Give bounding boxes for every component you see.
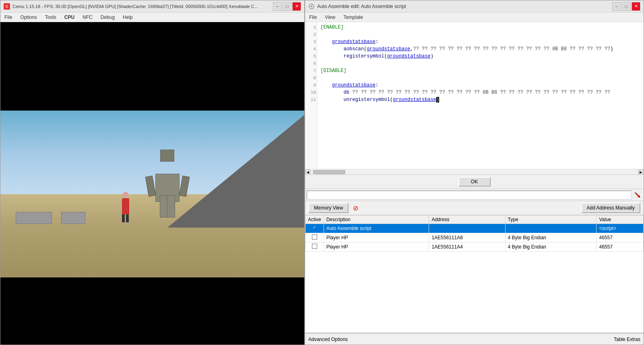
code-line-4: aobscan(groundstatsbase,?? ?? ?? ?? ?? ?… [320,45,640,53]
ok-button[interactable]: OK [458,177,491,187]
mech-torso [155,174,180,202]
row-type: 4 Byte Big Endian [505,242,597,252]
aa-title: Auto Assemble edit: Auto Assemble script [317,4,612,9]
aa-minimize-button[interactable]: − [612,2,621,11]
row-value: 46557 [597,242,644,252]
statusbar-right: Table Extras [614,337,640,342]
table-row[interactable]: Player HP 1AE556111A4 4 Byte Big Endian … [305,242,644,252]
aa-scroll-left[interactable]: ◀ [305,169,311,175]
game-black-top [0,22,304,111]
code-line-8 [320,74,640,82]
memory-view-button[interactable]: Memory View [308,203,349,213]
cemu-close-button[interactable]: ✕ [292,2,301,11]
aa-code-content[interactable]: [ENABLE] groundstatsbase: aobscan(ground… [317,22,644,169]
character-leg-right [126,214,129,222]
cemu-menubar: File Options Tools CPU NFC Debug Help [0,12,304,22]
row-active-cell[interactable] [305,242,324,252]
statusbar-left: Advanced Options [308,337,348,342]
aa-menu-view[interactable]: View [321,12,339,22]
aa-menu-file[interactable]: File [305,12,321,22]
code-line-10: db ?? ?? ?? ?? ?? ?? ?? ?? ?? ?? ?? ?? ?… [320,89,640,96]
cemu-maximize-button[interactable]: □ [283,2,291,11]
cemu-title: Cemu 1.15.18 - FPS: 30.00 [OpenGL] [NVID… [12,4,273,9]
cemu-menu-file[interactable]: File [0,12,16,22]
row-address: 1AE556111A8 [429,233,505,242]
code-line-6 [320,60,640,67]
row-description: Player HP [324,233,429,242]
table-row[interactable]: Player HP 1AE556111A8 4 Byte Big Endian … [305,233,644,242]
aa-close-button[interactable]: ✕ [632,2,640,11]
aa-titlebar: Auto Assemble edit: Auto Assemble script… [305,0,644,12]
cemu-menu-nfc[interactable]: NFC [78,12,97,22]
cemu-titlebar: C Cemu 1.15.18 - FPS: 30.00 [OpenGL] [NV… [0,0,304,12]
character-body [122,198,129,214]
barrier-left [16,212,52,224]
code-line-7: [DISABLE] [320,67,640,74]
character-legs [122,214,129,222]
game-black-bottom [0,277,304,345]
code-line-1: [ENABLE] [320,24,640,31]
row-description: Player HP [324,242,429,252]
row-address [429,224,505,233]
aa-scroll-right[interactable]: ▶ [638,169,644,175]
aa-menu-template[interactable]: Template [339,12,367,22]
row-active-cell[interactable] [305,233,324,242]
cheat-engine-window: Auto Assemble edit: Auto Assemble script… [305,0,644,345]
active-checkbox[interactable] [312,225,317,230]
mech-leg-left [160,195,168,218]
col-header-value: Value [597,216,644,224]
mech-arm-right [179,176,190,197]
aa-icon [308,3,315,10]
code-line-2 [320,31,640,38]
ce-statusbar: Advanced Options Table Extras [305,333,644,345]
character-head [123,192,128,197]
cemu-menu-debug[interactable]: Debug [97,12,119,22]
row-type [505,224,597,233]
mech-body [143,150,192,214]
character-leg-left [122,214,125,222]
cemu-menu-options[interactable]: Options [16,12,41,22]
aa-toolbar [305,189,644,201]
character [122,193,129,222]
row-active-cell[interactable] [305,224,324,233]
row-address: 1AE556111A4 [429,242,505,252]
mech-leg-right [167,195,175,218]
col-header-address: Address [429,216,505,224]
svg-point-1 [311,6,312,7]
aa-code-area[interactable]: 12345 67891011 [ENABLE] groundstatsbase:… [305,22,644,169]
cemu-menu-tools[interactable]: Tools [41,12,60,22]
row-description: Auto Assemble script [324,224,429,233]
cemu-icon: C [4,3,10,10]
mech-head [160,150,174,162]
cemu-minimize-button[interactable]: − [273,2,282,11]
no-sign-icon: ⊘ [351,203,360,212]
cemu-window-controls: − □ ✕ [273,2,301,11]
aa-window-controls: − □ ✕ [612,2,640,11]
address-table-container[interactable]: Active Description Address Type Value Au… [305,215,644,333]
aa-scrollbar-horizontal[interactable]: ◀ ▶ [305,169,644,175]
aa-search-input[interactable] [307,191,632,199]
active-checkbox[interactable] [312,234,317,240]
address-table: Active Description Address Type Value Au… [305,215,644,252]
aa-scroll-thumb[interactable] [313,170,345,174]
table-row[interactable]: Auto Assemble script <script> [305,224,644,233]
add-address-button[interactable]: Add Address Manually [581,203,640,213]
aa-ok-area: OK [305,175,644,189]
aa-maximize-button[interactable]: □ [622,2,631,11]
row-type: 4 Byte Big Endian [505,233,597,242]
col-header-type: Type [505,216,597,224]
cemu-menu-cpu[interactable]: CPU [60,12,78,22]
aa-line-numbers: 12345 67891011 [305,22,317,169]
aa-menubar: File View Template [305,12,644,22]
code-line-5: registersymbol(groundstatsbase) [320,53,640,60]
game-scene [0,111,304,277]
cemu-menu-help[interactable]: Help [119,12,137,22]
row-value: 46557 [597,233,644,242]
barrier-right [61,212,85,224]
col-header-active: Active [305,216,324,224]
active-checkbox[interactable] [312,244,317,249]
col-header-description: Description [324,216,429,224]
cemu-window: C Cemu 1.15.18 - FPS: 30.00 [OpenGL] [NV… [0,0,305,345]
code-line-3: groundstatsbase: [320,38,640,45]
code-line-9: groundstatsbase: [320,82,640,89]
